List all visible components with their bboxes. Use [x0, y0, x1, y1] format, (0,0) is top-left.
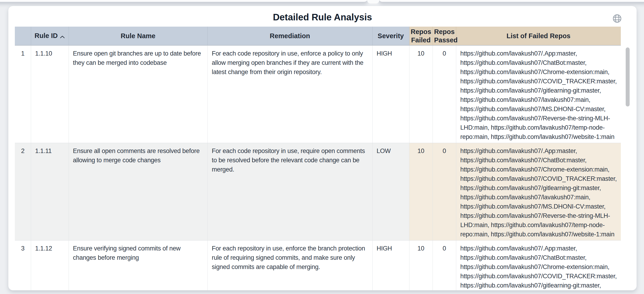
header-index[interactable]	[15, 27, 31, 45]
failed-repos-cell: https://github.com/lavakush07/.App:maste…	[456, 143, 621, 241]
header-rule-id[interactable]: Rule ID	[31, 27, 68, 45]
table-row: 3 1.1.12 Ensure verifying signed commits…	[15, 241, 621, 291]
header-repos-passed[interactable]: Repos Passed	[432, 27, 456, 45]
header-repos-failed[interactable]: Repos Failed	[409, 27, 432, 45]
rule-id-cell: 1.1.11	[31, 143, 68, 241]
header-rule-name[interactable]: Rule Name	[68, 27, 208, 45]
table-row: 2 1.1.11 Ensure all open comments are re…	[15, 143, 621, 241]
detailed-rule-analysis-card: Detailed Rule Analysis Rule ID Rul	[8, 6, 636, 290]
page-title: Detailed Rule Analysis	[8, 6, 636, 26]
rule-analysis-table: Rule ID Rule Name Remediation Severity R…	[15, 27, 621, 290]
repos-passed-cell: 0	[432, 143, 456, 241]
row-index: 1	[15, 45, 31, 143]
rule-id-cell: 1.1.12	[31, 241, 68, 291]
table-header-row: Rule ID Rule Name Remediation Severity R…	[15, 27, 621, 45]
row-index: 2	[15, 143, 31, 241]
header-failed-repos-list[interactable]: List of Failed Repos	[456, 27, 621, 45]
repos-failed-cell: 10	[409, 241, 432, 291]
header-remediation[interactable]: Remediation	[208, 27, 372, 45]
vertical-scrollbar[interactable]	[626, 45, 630, 289]
repos-failed-cell: 10	[409, 143, 432, 241]
rule-name-cell: Ensure all open comments are resolved be…	[68, 143, 208, 241]
failed-repos-cell: https://github.com/lavakush07/.App:maste…	[456, 45, 621, 143]
upper-left-card-edge	[0, 0, 368, 2]
table-row: 1 1.1.10 Ensure open git branches are up…	[15, 45, 621, 143]
header-severity[interactable]: Severity	[372, 27, 409, 45]
severity-cell: LOW	[372, 143, 409, 241]
upper-card-gap	[367, 0, 379, 3]
scrollbar-thumb[interactable]	[626, 47, 630, 107]
remediation-cell: For each repository in use, enforce the …	[208, 241, 372, 291]
repos-passed-cell: 0	[432, 241, 456, 291]
sort-ascending-icon[interactable]	[60, 32, 65, 40]
repos-passed-cell: 0	[432, 45, 456, 143]
globe-icon[interactable]	[612, 13, 622, 24]
failed-repos-cell: https://github.com/lavakush07/.App:maste…	[456, 241, 621, 291]
rule-name-cell: Ensure open git branches are up to date …	[68, 45, 208, 143]
severity-cell: HIGH	[372, 241, 409, 291]
remediation-cell: For each code repository in use, enforce…	[208, 45, 372, 143]
row-index: 3	[15, 241, 31, 291]
severity-cell: HIGH	[372, 45, 409, 143]
remediation-cell: For each code repository in use, require…	[208, 143, 372, 241]
repos-failed-cell: 10	[409, 45, 432, 143]
rule-name-cell: Ensure verifying signed commits of new c…	[68, 241, 208, 291]
rule-id-cell: 1.1.10	[31, 45, 68, 143]
upper-right-card-edge	[378, 0, 644, 2]
